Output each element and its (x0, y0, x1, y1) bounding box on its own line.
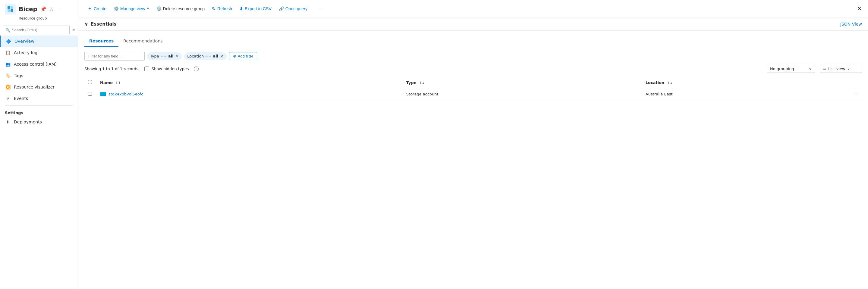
show-hidden-label[interactable]: Show hidden types (144, 67, 189, 71)
visualizer-icon: 🔀 (5, 84, 11, 90)
th-checkbox (84, 77, 96, 88)
results-row: Showing 1 to 1 of 1 records. Show hidden… (84, 65, 862, 73)
svg-rect-3 (10, 9, 13, 12)
tab-resources[interactable]: Resources (84, 36, 119, 47)
overview-icon: 🔷 (5, 38, 11, 44)
row-checkbox[interactable] (88, 92, 92, 96)
sidebar-item-resource-visualizer[interactable]: 🔀 Resource visualizer (0, 81, 78, 93)
view-chevron-icon: ∨ (847, 67, 850, 71)
sidebar-item-label: Activity log (14, 50, 37, 55)
star-icon[interactable]: ☆ (50, 6, 54, 12)
location-filter-tag: Location == all ✕ (184, 52, 226, 60)
select-all-checkbox[interactable] (88, 80, 92, 84)
resource-table: Name ↑↓ Type ↑↓ Location ↑↓ (84, 77, 862, 100)
filters-row: Type == all ✕ Location == all ✕ ⊕ Add fi… (84, 52, 862, 61)
th-type: Type ↑↓ (403, 77, 642, 88)
create-icon: ＋ (87, 5, 92, 12)
sidebar-item-deployments[interactable]: ⬆️ Deployments (0, 116, 78, 128)
sidebar-item-label: Access control (IAM) (14, 62, 57, 67)
export-label: Export to CSV (245, 6, 272, 11)
sidebar-item-label: Deployments (14, 119, 42, 124)
results-count: Showing 1 to 1 of 1 records. (84, 67, 140, 71)
sidebar-item-access-control[interactable]: 👥 Access control (IAM) (0, 59, 78, 70)
resource-link[interactable]: stgk4xpbvol5eofc (100, 92, 399, 96)
delete-label: Delete resource group (163, 6, 205, 11)
view-select[interactable]: ≡ List view ∨ (820, 65, 862, 73)
field-filter-input[interactable] (84, 52, 145, 61)
refresh-button[interactable]: ↻ Refresh (209, 4, 235, 13)
th-location: Location ↑↓ (642, 77, 850, 88)
close-button[interactable]: ✕ (857, 5, 862, 12)
view-label: List view (828, 67, 845, 71)
tabs-bar: Resources Recommendations (84, 36, 862, 47)
refresh-icon: ↻ (212, 6, 216, 11)
pin-icon[interactable]: 📌 (40, 6, 46, 12)
search-bar-row: 🔍 « (0, 23, 78, 34)
sidebar-nav: 🔷 Overview 📋 Activity log 👥 Access contr… (0, 34, 78, 289)
export-icon: ⬇ (239, 6, 243, 11)
essentials-toggle[interactable]: ∨ Essentials (84, 21, 116, 27)
brand-bar: Bicep 📌 ☆ ··· (5, 4, 73, 14)
storage-icon (100, 92, 106, 96)
search-input[interactable] (3, 26, 70, 34)
open-query-button[interactable]: 🔗 Open query (276, 4, 310, 13)
tab-recommendations[interactable]: Recommendations (119, 36, 167, 47)
grouping-label: No grouping (770, 67, 794, 71)
create-button[interactable]: ＋ Create (84, 4, 110, 13)
sidebar: Bicep 📌 ☆ ··· Resource group 🔍 « 🔷 Overv… (0, 0, 79, 289)
essentials-bar: ∨ Essentials JSON View (79, 17, 868, 31)
delete-icon: 🗑️ (156, 6, 161, 11)
export-button[interactable]: ⬇ Export to CSV (236, 4, 275, 13)
sidebar-item-label: Overview (14, 39, 34, 44)
type-filter-close[interactable]: ✕ (176, 54, 179, 59)
row-type-cell: Storage account (403, 88, 642, 100)
svg-rect-0 (7, 6, 10, 9)
list-view-icon: ≡ (823, 67, 827, 71)
more-button[interactable]: ··· (315, 4, 325, 13)
toolbar-separator (313, 5, 313, 12)
sidebar-item-overview[interactable]: 🔷 Overview (0, 36, 78, 47)
query-icon: 🔗 (279, 6, 284, 11)
row-actions-cell: ··· (850, 88, 862, 100)
show-hidden-checkbox[interactable] (144, 67, 149, 71)
sidebar-header: Bicep 📌 ☆ ··· Resource group (0, 0, 78, 23)
nav-divider (5, 105, 73, 106)
th-actions (850, 77, 862, 88)
location-filter-close[interactable]: ✕ (220, 54, 224, 59)
name-sort-icon[interactable]: ↑↓ (116, 81, 121, 85)
sidebar-item-activity-log[interactable]: 📋 Activity log (0, 47, 78, 59)
sidebar-item-label: Events (14, 96, 28, 101)
type-sort-icon[interactable]: ↑↓ (419, 81, 424, 85)
deployments-icon: ⬆️ (5, 119, 11, 125)
manage-view-label: Manage view (120, 6, 145, 11)
more-icon[interactable]: ··· (57, 7, 61, 11)
create-label: Create (94, 6, 106, 11)
app-logo (5, 4, 16, 14)
row-more-button[interactable]: ··· (854, 91, 858, 97)
gear-icon: ⚙️ (114, 6, 119, 11)
main-toolbar: ＋ Create ⚙️ Manage view ∨ 🗑️ Delete reso… (79, 0, 868, 17)
resource-name[interactable]: stgk4xpbvol5eofc (108, 92, 143, 96)
info-icon[interactable]: i (194, 67, 198, 71)
essentials-label: Essentials (91, 22, 116, 27)
svg-rect-2 (7, 9, 10, 12)
app-title: Bicep (19, 5, 37, 13)
sidebar-item-tags[interactable]: 🏷️ Tags (0, 70, 78, 81)
table-row: stgk4xpbvol5eofc Storage account Austral… (84, 88, 862, 100)
add-filter-button[interactable]: ⊕ Add filter (229, 52, 257, 60)
delete-button[interactable]: 🗑️ Delete resource group (153, 4, 208, 13)
more-options-icon: ··· (318, 6, 322, 11)
grouping-chevron-icon: ∨ (809, 67, 812, 71)
activity-log-icon: 📋 (5, 50, 11, 56)
settings-section-title: Settings (0, 107, 78, 116)
sidebar-item-label: Resource visualizer (14, 84, 55, 89)
sidebar-collapse-btn[interactable]: « (72, 27, 75, 33)
json-view-link[interactable]: JSON View (840, 22, 862, 27)
sidebar-item-events[interactable]: ⚡ Events (0, 93, 78, 104)
type-filter-label: Type == all (150, 54, 174, 59)
grouping-select[interactable]: No grouping ∨ (767, 65, 815, 73)
manage-view-button[interactable]: ⚙️ Manage view ∨ (111, 4, 152, 13)
show-hidden-text: Show hidden types (152, 67, 189, 71)
search-wrap: 🔍 (3, 26, 70, 34)
location-sort-icon[interactable]: ↑↓ (667, 81, 673, 85)
